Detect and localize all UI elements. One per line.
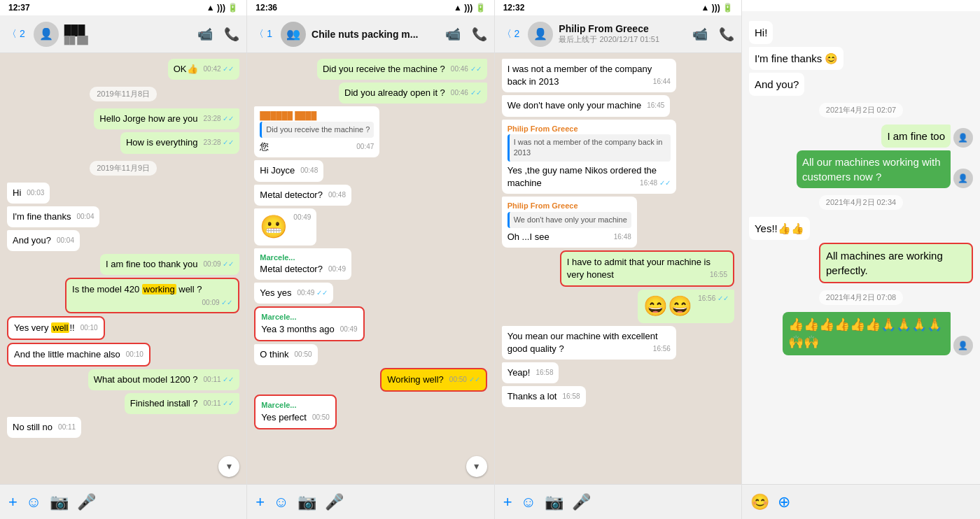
msg-fine-thanks-p4: I'm fine thanks 😊 [749,47,844,70]
chat-panel-2: 12:36 ▲ ))) 🔋 〈 1 👥 Chile nuts packing m… [247,0,494,519]
msg-andyou: And you?00:04 [7,230,80,251]
status-bar-3: 12:32 ▲ ))) 🔋 [495,0,741,15]
msg-hi-p4: Hi! [749,21,773,44]
msg-yes-thumbs: Yes!!👍👍 [749,217,810,240]
msg-yes-well: Yes very well!!00:10 [7,316,105,340]
msg-yes-yes: Yes yes00:49 ✓✓ [254,283,333,304]
chat-header-1: 〈 2 👤 ███ ██ ██ 📹 📞 [0,15,246,53]
camera-icon-1[interactable]: 📷 [50,493,69,511]
mic-icon-1[interactable]: 🎤 [77,493,96,511]
call-icon-3[interactable]: 📞 [719,27,734,42]
header-info-2: Chile nuts packing m... [312,29,440,40]
camera-icon-2[interactable]: 📷 [298,493,316,511]
header-icons-1[interactable]: 📹 📞 [197,27,239,42]
chat-panel-3: 12:32 ▲ ))) 🔋 〈 2 👤 Philip From Greece 最… [495,0,742,519]
sticker-icon-3[interactable]: ☺ [521,493,536,511]
msg-model420: Is the model 420 working well ?00:09 ✓✓ [65,278,239,313]
msg-nostill: No still no00:11 [7,417,81,438]
bottom-bar-4: 😊 ⊕ [742,484,980,519]
quoted-not-member: I was not a member of the company back i… [507,134,671,162]
camera-icon-3[interactable]: 📷 [545,493,564,511]
quoted-receive: Did you receive the machine ? [260,122,374,138]
msg-receive-machine: Did you receive the machine ?00:46 ✓✓ [317,59,487,80]
date-div-p4-3: 2021年4月2日 07:08 [819,290,903,305]
msg-hi: Hi00:03 [7,183,50,204]
date-div-p4-1: 2021年4月2日 02:07 [819,103,903,118]
avatar-p4-3: 👤 [953,336,973,355]
msg-all-machines-p4: All our machines working with customers … [797,150,951,188]
avatar-2: 👥 [281,22,306,47]
date-div-p4-2: 2021年4月2日 02:34 [819,195,903,210]
msg-admit: I have to admit that your machine is ver… [560,250,734,287]
chat-header-2: 〈 1 👥 Chile nuts packing m... 📹 📞 [247,15,493,53]
status-bar-1: 12:37 ▲ ))) 🔋 [0,0,246,15]
avatar-3: 👤 [528,22,553,47]
add-icon-2[interactable]: + [255,493,265,511]
msg-fine: I'm fine thanks00:04 [7,206,99,227]
call-icon-2[interactable]: 📞 [472,27,487,42]
msg-group-nin: ██████ ████ Did you receive the machine … [254,106,379,157]
msg-othink: O think00:50 [254,344,317,365]
msg-andyou-p4: And you? [749,73,804,96]
msg-emoji-laugh: 😄😄16:56 ✓✓ [638,290,734,322]
msg-little-machine: And the little machine also00:10 [7,343,150,367]
add-circle-icon-4[interactable]: ⊕ [778,493,790,511]
header-icons-3[interactable]: 📹 📞 [692,27,734,42]
call-icon-1[interactable]: 📞 [224,27,239,42]
video-icon-3[interactable]: 📹 [692,27,708,42]
msg-finished: Finished install ?00:11 ✓✓ [125,393,240,414]
msg-yeap: Yeap!16:58 [502,362,559,383]
avatar-p4-2: 👤 [953,169,973,188]
msg-all-working-perfectly: All machines are working perfectly. [819,243,973,283]
sticker-icon-2[interactable]: ☺ [273,493,288,511]
back-button-3[interactable]: 〈 2 [502,28,520,41]
msg-open-it: Did you already open it ?00:46 ✓✓ [339,83,487,104]
msg-finetoo-p4: I am fine too [881,125,951,148]
msg-3months: Marcele... Yea 3 months ago00:49 [254,306,364,341]
back-button-1[interactable]: 〈 2 [7,28,25,41]
msg-row-emoji: 👍👍👍👍👍👍🙏🙏🙏🙏🙌🙌 👤 [749,312,973,355]
msg-emoji-grin: 😬00:49 [254,208,316,246]
msg-philip-group2: Philip From Greece We don't have only yo… [502,197,637,248]
scroll-down-btn-2[interactable]: ▼ [466,456,487,477]
back-button-2[interactable]: 〈 1 [254,28,272,41]
add-icon-1[interactable]: + [8,493,18,511]
msg-yes-perfect: Marcele... Yes perfect00:50 [254,394,337,429]
status-icons-1: ▲ ))) 🔋 [206,3,239,13]
messages-panel-3: I was not a member of the company back i… [495,53,741,484]
msg-thanks-lot: Thanks a lot16:58 [502,386,586,407]
status-icons-3: ▲ ))) 🔋 [701,3,733,13]
header-icons-2[interactable]: 📹 📞 [445,27,487,42]
bottom-bar-1: + ☺ 📷 🎤 [0,484,246,519]
msg-metal1: Metal detector?00:48 [254,185,351,206]
status-bar-4 [742,0,980,11]
time-2: 12:36 [255,3,277,13]
msg-row-allmachines: All our machines working with customers … [749,150,973,188]
contact-name-3: Philip From Greece [559,23,687,34]
msg-hello: Hello Jorge how are you23:28 ✓✓ [94,108,239,129]
mic-icon-3[interactable]: 🎤 [572,493,591,511]
msg-philip-group1: Philip From Greece I was not a member of… [502,120,676,194]
msg-working-well: Working well?00:50 ✓✓ [380,368,487,392]
contact-name-1: ███ [64,24,192,36]
msg-not-member: I was not a member of the company back i… [502,59,676,92]
sticker-icon-1[interactable]: ☺ [26,493,41,511]
emoji-icon-4[interactable]: 😊 [750,493,769,511]
header-info-1: ███ ██ ██ [64,24,192,44]
msg-row-finetoo: I am fine too 👤 [749,125,973,148]
mic-icon-2[interactable]: 🎤 [325,493,344,511]
video-icon-1[interactable]: 📹 [197,27,213,42]
msg-how-is: How is everything23:28 ✓✓ [120,132,239,153]
chat-header-3: 〈 2 👤 Philip From Greece 最后上线于 2020/12/1… [495,15,741,53]
contact-sub-3: 最后上线于 2020/12/17 01:51 [559,34,687,45]
add-icon-3[interactable]: + [503,493,512,511]
chat-panel-4: Hi! I'm fine thanks 😊 And you? 2021年4月2日… [742,0,980,519]
msg-metal2: Marcele... Metal detector?00:49 [254,248,351,280]
contact-name-2: Chile nuts packing m... [312,29,440,40]
status-bar-2: 12:36 ▲ ))) 🔋 [247,0,493,15]
chat-panel-1: 12:37 ▲ ))) 🔋 〈 2 👤 ███ ██ ██ 📹 📞 OK👍00:… [0,0,247,519]
msg-excellent-quality: You mean our machine with excellent good… [502,326,676,360]
time-3: 12:32 [503,3,525,13]
status-icons-2: ▲ ))) 🔋 [454,3,486,13]
video-icon-2[interactable]: 📹 [445,27,461,42]
